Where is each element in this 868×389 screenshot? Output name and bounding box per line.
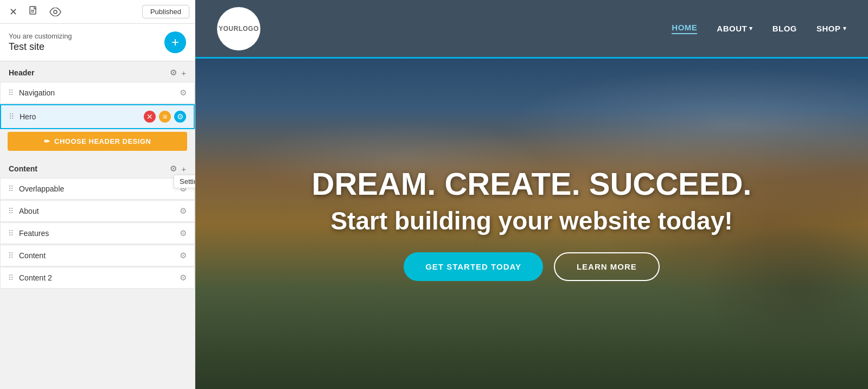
drag-handle-icon: ⠿ (8, 251, 14, 260)
overlappable-item-label: Overlappable (19, 184, 180, 193)
hero-section: DREAM. CREATE. SUCCEED. Start building y… (195, 59, 868, 389)
hero-subheadline: Start building your website today! (312, 206, 752, 236)
content-section-actions: ⚙ + (170, 164, 186, 174)
content-plus-icon[interactable]: + (181, 164, 186, 174)
customizing-label: You are customizing (9, 32, 72, 40)
header-section-header: Header ⚙ + (0, 61, 195, 82)
document-icon[interactable] (25, 3, 42, 21)
learn-more-button[interactable]: LEARN MORE (554, 252, 660, 281)
site-header: YOURLOGO HOME ABOUT ▾ BLOG SHOP ▾ (195, 0, 868, 57)
content2-gear-icon[interactable]: ⚙ (180, 273, 187, 283)
header-gear-icon[interactable]: ⚙ (170, 68, 177, 78)
close-button[interactable]: ✕ (5, 4, 21, 20)
site-navigation: HOME ABOUT ▾ BLOG SHOP ▾ (672, 23, 846, 34)
drag-handle-icon: ⠿ (8, 229, 14, 238)
drag-handle-icon: ⠿ (8, 88, 14, 97)
sidebar-item-navigation[interactable]: ⠿ Navigation ⚙ (0, 82, 195, 104)
features-gear-icon[interactable]: ⚙ (180, 228, 187, 238)
content-item-label: Content (19, 251, 180, 260)
site-preview: YOURLOGO HOME ABOUT ▾ BLOG SHOP ▾ DREAM.… (195, 0, 868, 389)
nav-item-shop[interactable]: SHOP ▾ (816, 24, 846, 33)
content2-item-label: Content 2 (19, 273, 180, 282)
nav-item-blog[interactable]: BLOG (773, 24, 797, 33)
content-gear-icon[interactable]: ⚙ (170, 164, 177, 174)
published-button[interactable]: Published (142, 5, 189, 18)
preview-icon[interactable] (47, 3, 64, 21)
about-gear-icon[interactable]: ⚙ (180, 206, 187, 216)
hero-settings-button[interactable]: ⚙ (174, 111, 186, 123)
hero-content: DREAM. CREATE. SUCCEED. Start building y… (312, 167, 752, 282)
sidebar-item-about[interactable]: ⠿ About ⚙ (0, 200, 195, 222)
about-chevron-icon: ▾ (749, 25, 753, 32)
drag-handle-icon: ⠿ (8, 207, 14, 215)
site-title: Test site (9, 41, 72, 53)
settings-tooltip: Settings (174, 175, 195, 188)
navigation-gear-icon[interactable]: ⚙ (180, 88, 187, 98)
content-section-label: Content (9, 164, 37, 173)
hero-item-actions: ✕ ≡ ⚙ (144, 111, 186, 123)
choose-header-label: CHOOSE HEADER DESIGN (54, 137, 151, 145)
pencil-icon: ✏ (44, 137, 50, 145)
choose-header-design-button[interactable]: ✏ CHOOSE HEADER DESIGN (8, 132, 187, 151)
sidebar: ✕ Published You are customizing Test sit… (0, 0, 195, 389)
sidebar-topbar: ✕ Published (0, 0, 195, 24)
header-section-actions: ⚙ + (170, 68, 186, 78)
sidebar-item-overlappable[interactable]: ⠿ Overlappable ⚙ (0, 178, 195, 200)
sidebar-item-features[interactable]: ⠿ Features ⚙ (0, 222, 195, 244)
shop-chevron-icon: ▾ (843, 25, 847, 32)
features-item-label: Features (19, 229, 180, 238)
drag-handle-icon: ⠿ (8, 273, 14, 282)
sidebar-item-hero[interactable]: ⠿ Hero ✕ ≡ ⚙ (0, 104, 195, 129)
content-gear-icon[interactable]: ⚙ (180, 251, 187, 260)
site-logo: YOURLOGO (217, 7, 260, 50)
navigation-item-label: Navigation (19, 88, 180, 97)
header-section-label: Header (9, 68, 34, 77)
hero-delete-button[interactable]: ✕ (144, 111, 156, 123)
drag-handle-icon: ⠿ (8, 184, 14, 193)
get-started-button[interactable]: GET STARTED TODAY (404, 252, 543, 281)
nav-item-home[interactable]: HOME (672, 23, 697, 34)
header-plus-icon[interactable]: + (181, 68, 186, 78)
drag-handle-icon: ⠿ (9, 112, 14, 121)
hero-buttons: GET STARTED TODAY LEARN MORE (312, 252, 752, 281)
add-section-button[interactable]: + (164, 31, 186, 53)
svg-point-3 (54, 10, 57, 14)
content-section-header: Content ⚙ + (0, 157, 195, 178)
hero-headline: DREAM. CREATE. SUCCEED. (312, 167, 752, 201)
sidebar-item-content[interactable]: ⠿ Content ⚙ (0, 245, 195, 266)
sidebar-item-content2[interactable]: ⠿ Content 2 ⚙ (0, 267, 195, 289)
hero-item-label: Hero (20, 112, 144, 121)
about-item-label: About (19, 207, 180, 215)
hero-menu-button[interactable]: ≡ (159, 111, 171, 123)
customizing-section: You are customizing Test site + (0, 24, 195, 61)
nav-item-about[interactable]: ABOUT ▾ (717, 24, 752, 33)
